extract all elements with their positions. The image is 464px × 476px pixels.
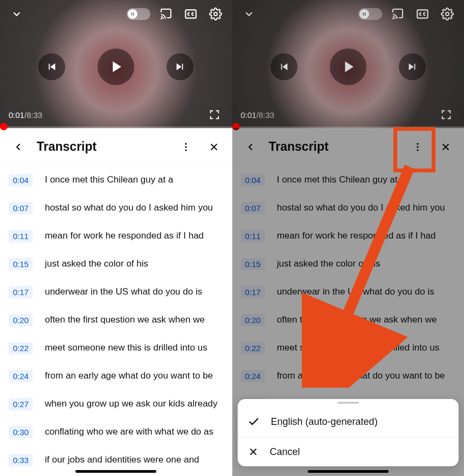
time-duration: 8:33 bbox=[26, 110, 42, 120]
next-button[interactable] bbox=[167, 53, 193, 80]
svg-point-3 bbox=[185, 143, 186, 144]
transcript-timestamp[interactable]: 0:20 bbox=[9, 314, 33, 326]
autoplay-toggle[interactable] bbox=[127, 8, 150, 20]
back-icon[interactable] bbox=[9, 137, 28, 157]
transcript-timestamp[interactable]: 0:27 bbox=[9, 398, 33, 410]
transcript-text: hostal so what do you do I asked him you bbox=[45, 202, 213, 214]
player-top-bar bbox=[232, 0, 465, 28]
transcript-row[interactable]: 0:24from an early age what do you want t… bbox=[0, 362, 232, 390]
progress-thumb[interactable] bbox=[0, 123, 8, 130]
player-bottom-bar: 0:01 / 8:33 bbox=[0, 106, 232, 124]
home-indicator bbox=[75, 470, 156, 473]
transcript-row[interactable]: 0:04I once met this Chilean guy at a bbox=[0, 166, 232, 194]
time-current: 0:01 bbox=[241, 110, 257, 120]
transcript-text: often the first question we ask when we bbox=[45, 314, 205, 326]
svg-rect-7 bbox=[417, 10, 428, 18]
svg-point-5 bbox=[185, 149, 186, 151]
player-top-bar bbox=[0, 0, 232, 28]
captions-icon[interactable] bbox=[413, 5, 432, 23]
captions-icon[interactable] bbox=[182, 5, 200, 23]
cast-icon[interactable] bbox=[389, 5, 407, 23]
fullscreen-icon[interactable] bbox=[437, 106, 455, 124]
gear-icon[interactable] bbox=[206, 5, 225, 23]
transcript-timestamp[interactable]: 0:17 bbox=[9, 286, 33, 298]
playback-controls bbox=[232, 48, 465, 85]
svg-point-4 bbox=[185, 146, 186, 148]
screenshot-right: 0:01 / 8:33 Transcript 0:04I once met th… bbox=[232, 0, 465, 476]
transcript-row[interactable]: 0:20often the first question we ask when… bbox=[0, 306, 232, 334]
transcript-text: when you grow up we ask our kids already bbox=[45, 398, 217, 410]
chevron-down-icon[interactable] bbox=[8, 5, 26, 23]
transcript-timestamp[interactable]: 0:22 bbox=[9, 342, 33, 354]
chevron-down-icon[interactable] bbox=[240, 5, 258, 23]
transcript-header: Transcript bbox=[0, 128, 232, 166]
playback-controls bbox=[0, 48, 232, 85]
sheet-option-english[interactable]: English (auto-generated) bbox=[238, 407, 459, 437]
svg-rect-1 bbox=[185, 10, 196, 18]
transcript-timestamp[interactable]: 0:30 bbox=[9, 426, 33, 438]
play-button[interactable] bbox=[98, 48, 134, 85]
transcript-timestamp[interactable]: 0:24 bbox=[9, 370, 33, 382]
transcript-row[interactable]: 0:27when you grow up we ask our kids alr… bbox=[0, 390, 232, 418]
progress-bar[interactable] bbox=[0, 127, 232, 128]
transcript-row[interactable]: 0:07hostal so what do you do I asked him… bbox=[0, 194, 232, 222]
sheet-option-label: English (auto-generated) bbox=[271, 416, 378, 428]
transcript-text: I once met this Chilean guy at a bbox=[45, 174, 173, 186]
transcript-timestamp[interactable]: 0:04 bbox=[9, 174, 33, 186]
transcript-text: just asked the color of his bbox=[45, 258, 148, 270]
autoplay-toggle[interactable] bbox=[358, 8, 382, 20]
close-icon bbox=[247, 446, 259, 458]
svg-point-8 bbox=[446, 12, 449, 16]
time-duration: 8:33 bbox=[259, 110, 274, 120]
video-player[interactable]: 0:01 / 8:33 bbox=[232, 0, 465, 128]
check-icon bbox=[247, 415, 260, 428]
fullscreen-icon[interactable] bbox=[205, 106, 224, 124]
previous-button[interactable] bbox=[38, 53, 65, 80]
transcript-timestamp[interactable]: 0:07 bbox=[9, 202, 33, 214]
transcript-timestamp[interactable]: 0:15 bbox=[9, 258, 33, 270]
sheet-cancel-label: Cancel bbox=[270, 446, 300, 458]
transcript-timestamp[interactable]: 0:33 bbox=[9, 454, 33, 466]
transcript-row[interactable]: 0:17underwear in the US what do you do i… bbox=[0, 278, 232, 306]
next-button[interactable] bbox=[399, 53, 426, 80]
screenshot-left: 0:01 / 8:33 Transcript 0:04I once met th… bbox=[0, 0, 232, 476]
more-options-icon[interactable] bbox=[176, 137, 196, 157]
transcript-title: Transcript bbox=[37, 139, 96, 154]
language-sheet: English (auto-generated) Cancel bbox=[238, 399, 459, 466]
transcript-timestamp[interactable]: 0:11 bbox=[9, 230, 33, 242]
video-player[interactable]: 0:01 / 8:33 bbox=[0, 0, 232, 128]
transcript-row[interactable]: 0:30conflating who we are with what we d… bbox=[0, 418, 232, 446]
time-current: 0:01 bbox=[9, 110, 24, 120]
transcript-text: from an early age what do you want to be bbox=[45, 370, 213, 382]
play-button[interactable] bbox=[330, 48, 366, 85]
cast-icon[interactable] bbox=[157, 5, 175, 23]
sheet-grabber[interactable] bbox=[238, 399, 459, 407]
svg-point-6 bbox=[393, 18, 393, 19]
transcript-row[interactable]: 0:15just asked the color of his bbox=[0, 250, 232, 278]
transcript-row[interactable]: 0:22meet someone new this is drilled int… bbox=[0, 334, 232, 362]
transcript-text: conflating who we are with what we do as bbox=[45, 426, 213, 438]
transcript-text: mean for work he responded as if I had bbox=[45, 230, 204, 242]
annotation-highlight bbox=[393, 127, 435, 172]
svg-point-0 bbox=[161, 18, 162, 19]
transcript-list[interactable]: 0:04I once met this Chilean guy at a0:07… bbox=[0, 166, 232, 476]
close-icon[interactable] bbox=[204, 137, 224, 157]
previous-button[interactable] bbox=[271, 53, 297, 80]
gear-icon[interactable] bbox=[438, 5, 456, 23]
player-bottom-bar: 0:01 / 8:33 bbox=[232, 106, 465, 124]
transcript-row[interactable]: 0:11mean for work he responded as if I h… bbox=[0, 222, 232, 250]
transcript-text: if our jobs and identities were one and bbox=[45, 454, 199, 466]
transcript-text: underwear in the US what do you do is bbox=[45, 286, 202, 298]
transcript-text: meet someone new this is drilled into us bbox=[45, 342, 207, 354]
sheet-cancel[interactable]: Cancel bbox=[238, 437, 459, 466]
svg-point-2 bbox=[214, 12, 217, 16]
